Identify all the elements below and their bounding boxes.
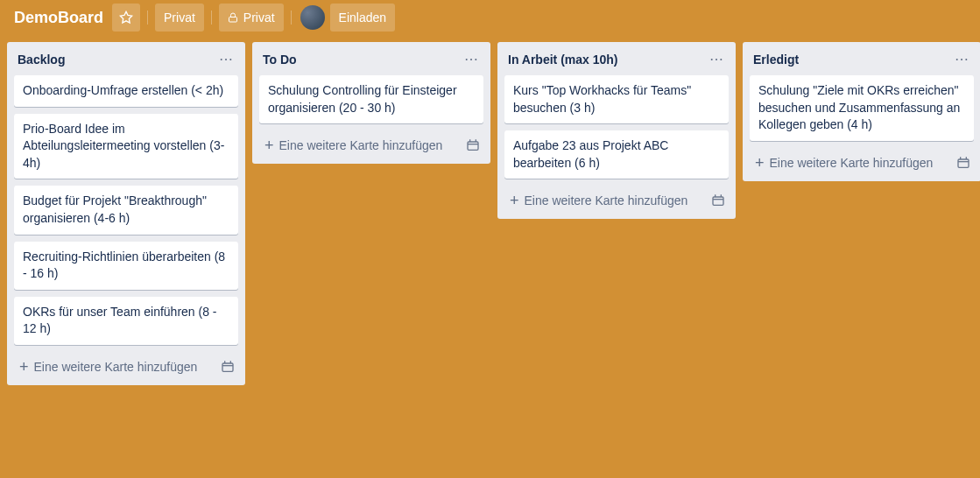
add-card-button[interactable]: + Eine weitere Karte hinzufügen bbox=[504, 189, 708, 212]
template-icon bbox=[956, 156, 970, 170]
card[interactable]: Kurs "Top Workhacks für Teams" besuchen … bbox=[504, 75, 729, 123]
card[interactable]: Schulung Controlling für Einsteiger orga… bbox=[259, 75, 483, 123]
separator bbox=[291, 11, 292, 25]
template-button[interactable] bbox=[217, 356, 238, 377]
list-footer: + Eine weitere Karte hinzufügen bbox=[7, 348, 245, 385]
list-title[interactable]: Erledigt bbox=[753, 53, 799, 67]
list-title[interactable]: To Do bbox=[263, 53, 297, 67]
ellipsis-icon: ⋯ bbox=[219, 52, 233, 67]
list-footer: + Eine weitere Karte hinzufügen bbox=[743, 144, 980, 181]
svg-rect-6 bbox=[468, 142, 478, 150]
board-header: DemoBoard Privat Privat Einladen bbox=[0, 0, 980, 35]
list-header: Erledigt ⋯ bbox=[743, 42, 980, 72]
svg-rect-1 bbox=[229, 18, 236, 23]
card[interactable]: Aufgabe 23 aus Projekt ABC bearbeiten (6… bbox=[504, 130, 729, 179]
list-footer: + Eine weitere Karte hinzufügen bbox=[252, 127, 490, 164]
invite-button[interactable]: Einladen bbox=[330, 4, 396, 32]
plus-icon: + bbox=[264, 137, 274, 153]
separator bbox=[211, 11, 212, 25]
list-menu-button[interactable]: ⋯ bbox=[949, 51, 974, 68]
list-header: To Do ⋯ bbox=[252, 42, 490, 72]
separator bbox=[147, 11, 148, 25]
svg-rect-14 bbox=[958, 159, 969, 167]
template-icon bbox=[711, 193, 725, 207]
svg-marker-0 bbox=[120, 11, 131, 23]
add-card-label: Eine weitere Karte hinzufügen bbox=[525, 193, 688, 207]
list-menu-button[interactable]: ⋯ bbox=[214, 51, 238, 68]
add-card-button[interactable]: + Eine weitere Karte hinzufügen bbox=[14, 355, 217, 378]
card[interactable]: Prio-Board Idee im Abteilungsleitermeeti… bbox=[14, 114, 238, 179]
add-card-label: Eine weitere Karte hinzufügen bbox=[279, 138, 443, 152]
plus-icon: + bbox=[755, 155, 765, 171]
card[interactable]: OKRs für unser Team einführen (8 - 12 h) bbox=[14, 297, 238, 345]
board-title[interactable]: DemoBoard bbox=[11, 9, 107, 27]
plus-icon: + bbox=[510, 193, 519, 208]
avatar[interactable] bbox=[300, 5, 325, 30]
template-icon bbox=[466, 138, 480, 152]
list-todo: To Do ⋯ Schulung Controlling für Einstei… bbox=[252, 42, 490, 164]
board-content: Backlog ⋯ Onboarding-Umfrage erstellen (… bbox=[0, 35, 980, 478]
template-button[interactable] bbox=[708, 190, 729, 211]
list-title[interactable]: In Arbeit (max 10h) bbox=[508, 53, 618, 67]
list-header: Backlog ⋯ bbox=[7, 42, 245, 72]
list-header: In Arbeit (max 10h) ⋯ bbox=[497, 42, 736, 72]
lock-icon bbox=[228, 11, 238, 24]
card[interactable]: Schulung "Ziele mit OKRs erreichen" besu… bbox=[750, 75, 974, 141]
template-button[interactable] bbox=[953, 152, 974, 173]
template-button[interactable] bbox=[462, 135, 483, 156]
ellipsis-icon: ⋯ bbox=[709, 52, 723, 67]
svg-rect-10 bbox=[713, 197, 723, 205]
star-icon bbox=[119, 11, 133, 25]
template-icon bbox=[221, 360, 235, 374]
cards-container: Kurs "Top Workhacks für Teams" besuchen … bbox=[497, 75, 736, 179]
visibility-label: Privat bbox=[243, 11, 275, 25]
add-card-button[interactable]: + Eine weitere Karte hinzufügen bbox=[259, 134, 462, 157]
list-menu-button[interactable]: ⋯ bbox=[459, 51, 483, 68]
visibility-button[interactable]: Privat bbox=[219, 4, 284, 32]
ellipsis-icon: ⋯ bbox=[464, 52, 478, 67]
list-erledigt: Erledigt ⋯ Schulung "Ziele mit OKRs erre… bbox=[743, 42, 980, 181]
ellipsis-icon: ⋯ bbox=[955, 52, 969, 67]
add-card-label: Eine weitere Karte hinzufügen bbox=[34, 360, 198, 374]
workspace-button[interactable]: Privat bbox=[155, 4, 204, 32]
add-card-button[interactable]: + Eine weitere Karte hinzufügen bbox=[750, 151, 953, 174]
plus-icon: + bbox=[19, 359, 29, 375]
star-button[interactable] bbox=[112, 4, 140, 32]
cards-container: Schulung Controlling für Einsteiger orga… bbox=[252, 75, 490, 123]
list-backlog: Backlog ⋯ Onboarding-Umfrage erstellen (… bbox=[7, 42, 245, 385]
cards-container: Onboarding-Umfrage erstellen (< 2h) Prio… bbox=[7, 75, 245, 345]
card[interactable]: Budget für Projekt "Breakthrough" organi… bbox=[14, 186, 238, 234]
cards-container: Schulung "Ziele mit OKRs erreichen" besu… bbox=[743, 75, 980, 141]
list-in-arbeit: In Arbeit (max 10h) ⋯ Kurs "Top Workhack… bbox=[497, 42, 736, 219]
list-title[interactable]: Backlog bbox=[18, 53, 65, 67]
invite-label: Einladen bbox=[339, 11, 387, 25]
workspace-label: Privat bbox=[164, 11, 195, 25]
card[interactable]: Recruiting-Richtlinien überarbeiten (8 -… bbox=[14, 242, 238, 290]
list-footer: + Eine weitere Karte hinzufügen bbox=[497, 182, 736, 219]
add-card-label: Eine weitere Karte hinzufügen bbox=[770, 156, 934, 170]
list-menu-button[interactable]: ⋯ bbox=[704, 51, 729, 68]
card[interactable]: Onboarding-Umfrage erstellen (< 2h) bbox=[14, 75, 238, 107]
svg-rect-2 bbox=[222, 363, 233, 371]
